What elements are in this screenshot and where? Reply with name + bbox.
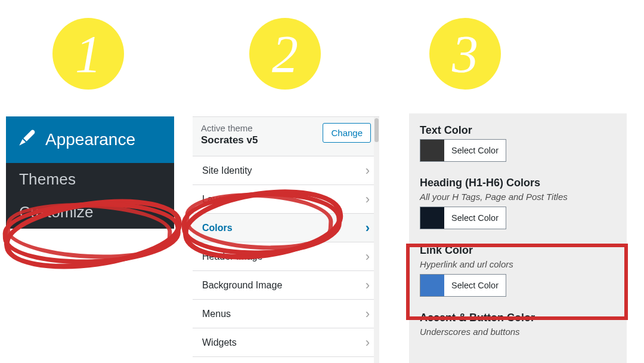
section-label: Widgets [202,337,237,348]
text-color-swatch [420,140,444,161]
chevron-right-icon: › [366,278,370,293]
accent-color-subtitle: Underscores and buttons [420,327,616,337]
chevron-right-icon: › [366,335,370,350]
link-color-title: Link Color [420,244,616,257]
heading-color-swatch [420,207,444,229]
section-label: Site Identity [202,165,252,176]
step-badge-3: 3 [429,18,501,90]
admin-sidebar: Appearance Themes Customize [6,116,174,229]
link-color-picker[interactable]: Select Color [420,274,506,297]
chevron-right-icon: › [366,220,370,236]
appearance-submenu: Themes Customize [6,163,174,229]
paintbrush-icon [17,128,37,152]
heading-color-section: Heading (H1-H6) Colors All your H Tags, … [420,177,616,231]
chevron-right-icon: › [366,249,370,264]
section-background-image[interactable]: Background Image › [193,271,379,300]
appearance-label: Appearance [45,130,135,149]
section-header-image[interactable]: Header Image › [193,242,379,271]
heading-color-subtitle: All your H Tags, Page and Post Titles [420,192,616,202]
section-menus[interactable]: Menus › [193,300,379,328]
step-badge-1: 1 [52,18,124,90]
chevron-right-icon: › [366,163,370,179]
select-color-label: Select Color [444,213,506,223]
chevron-right-icon: › [366,192,370,207]
section-site-identity[interactable]: Site Identity › [193,156,379,185]
sidebar-item-customize[interactable]: Customize [6,196,174,229]
section-label: Background Image [202,280,282,291]
section-label: Menus [202,309,231,319]
heading-color-title: Heading (H1-H6) Colors [420,177,616,189]
accent-color-title: Accent & Button Color [420,312,616,324]
scrollbar[interactable] [374,117,379,363]
active-theme-label: Active theme [201,123,258,133]
section-layout[interactable]: Layout › [193,185,379,214]
select-color-label: Select Color [444,281,506,290]
sidebar-item-themes[interactable]: Themes [6,163,174,196]
change-theme-button[interactable]: Change [323,123,371,143]
section-label: Colors [202,223,233,233]
text-color-section: Text Color Select Color [420,124,616,164]
heading-color-picker[interactable]: Select Color [420,207,506,229]
colors-panel: Text Color Select Color Heading (H1-H6) … [409,113,627,363]
step-badge-2: 2 [249,18,321,90]
link-color-subtitle: Hyperlink and url colors [420,259,616,269]
section-colors[interactable]: Colors › [193,214,379,242]
appearance-menu-header[interactable]: Appearance [6,116,174,163]
link-color-swatch [420,275,444,296]
scrollbar-thumb[interactable] [374,118,379,142]
customizer-section-list: Site Identity › Layout › Colors › Header… [193,156,379,357]
select-color-label: Select Color [444,146,506,155]
link-color-section: Link Color Hyperlink and url colors Sele… [420,244,616,299]
section-label: Layout [202,194,231,205]
customizer-panel: Active theme Socrates v5 Change Site Ide… [193,116,379,357]
active-theme-name: Socrates v5 [201,134,258,146]
chevron-right-icon: › [366,306,370,322]
text-color-title: Text Color [420,124,616,137]
accent-color-section: Accent & Button Color Underscores and bu… [420,312,616,337]
text-color-picker[interactable]: Select Color [420,139,506,162]
section-widgets[interactable]: Widgets › [193,328,379,357]
section-label: Header Image [202,251,262,262]
